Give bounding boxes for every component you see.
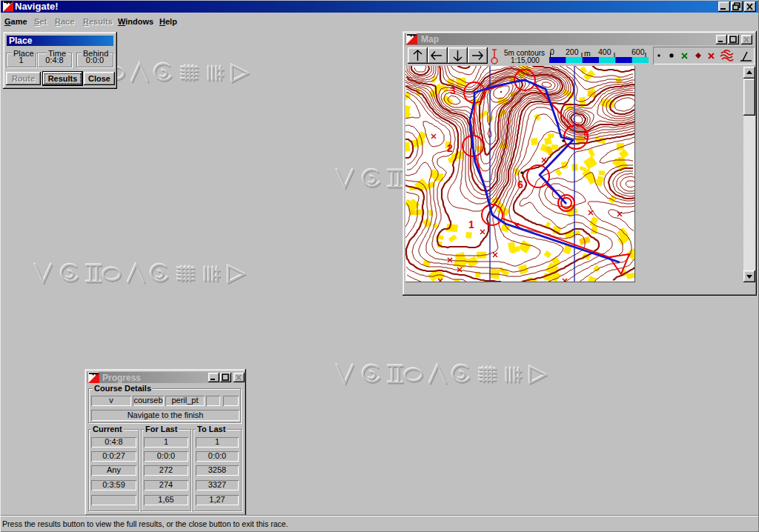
svg-text:600: 600	[632, 47, 645, 56]
svg-text:1: 1	[468, 219, 474, 230]
svg-text:m: m	[584, 49, 591, 58]
svg-text:3: 3	[450, 84, 456, 96]
svg-text:6: 6	[517, 179, 523, 190]
svg-text:400: 400	[598, 47, 611, 56]
svg-text:200: 200	[566, 47, 579, 56]
svg-text:2: 2	[447, 142, 453, 154]
svg-text:5: 5	[583, 130, 589, 142]
